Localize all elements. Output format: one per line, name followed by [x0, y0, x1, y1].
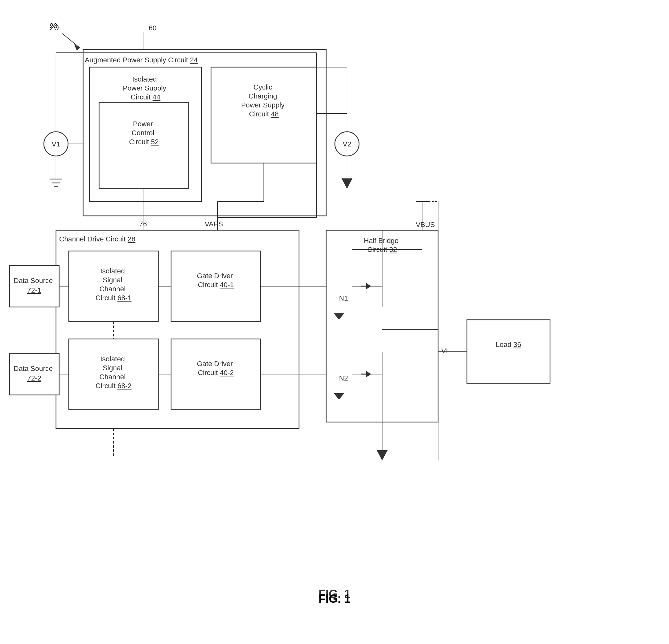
- svg-text:VL: VL: [441, 347, 450, 355]
- svg-text:VBUS: VBUS: [416, 220, 435, 229]
- svg-text:V2: V2: [343, 140, 352, 148]
- svg-text:N1: N1: [339, 294, 348, 302]
- svg-text:Power
      Control
      Circ: Power Control Circuit 52: [129, 120, 159, 146]
- svg-text:60: 60: [149, 24, 156, 32]
- svg-text:N2: N2: [339, 374, 348, 382]
- svg-text:Load 36: Load 36: [496, 341, 521, 348]
- diagram: Augmented Power Supply Circuit 24 Isolat…: [0, 0, 669, 644]
- svg-text:Channel Drive Circuit 28: Channel Drive Circuit 28: [59, 235, 135, 243]
- ref-20: 20: [49, 22, 57, 30]
- circuit-diagram: Augmented Power Supply Circuit 24 Isolat…: [0, 0, 669, 644]
- svg-text:76: 76: [139, 220, 147, 228]
- fig-label: FIG. 1: [318, 592, 351, 606]
- svg-text:Augmented Power Supply Circuit: Augmented Power Supply Circuit 24: [85, 56, 198, 64]
- svg-text:V1: V1: [52, 140, 60, 148]
- svg-text:VAPS: VAPS: [205, 220, 223, 228]
- svg-rect-68: [467, 320, 550, 384]
